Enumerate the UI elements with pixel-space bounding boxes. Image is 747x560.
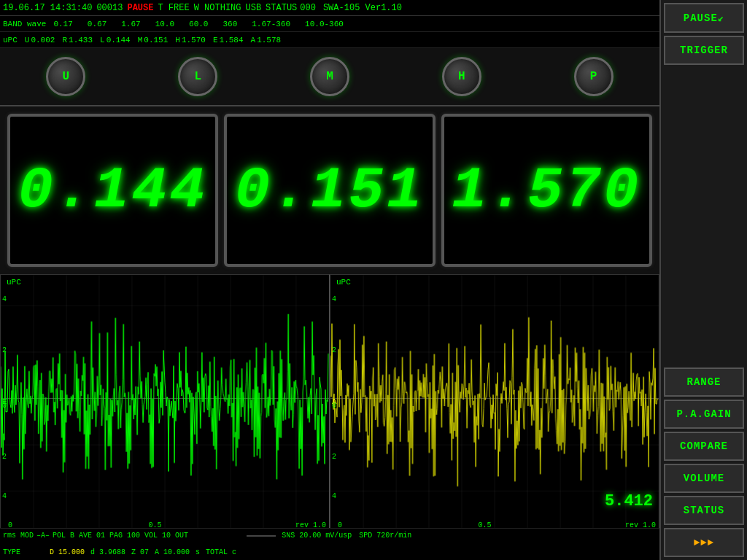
- btn-pause[interactable]: PAUSE↙: [664, 3, 744, 33]
- rms-label: rms: [3, 532, 16, 540]
- right-panel: PAUSE↙ TRIGGER RANGE P.A.GAIN COMPARE VO…: [659, 0, 747, 560]
- sns-label: SNS 20.00 mV/usp: [282, 532, 352, 540]
- wave-right-y4-top: 4: [332, 295, 336, 303]
- band-v1: 0.17: [53, 20, 72, 28]
- knob-l-container: L: [178, 57, 217, 96]
- display-h-value: 1.570: [452, 158, 641, 224]
- wave-left-y2-bot: 2: [2, 453, 7, 461]
- wave-right-y4-bot: 4: [332, 492, 336, 500]
- upc-r-label: R: [62, 36, 67, 44]
- status-label: STATUS: [266, 3, 297, 13]
- upc-h-val: 1.570: [182, 36, 206, 44]
- upc-a-label: A: [251, 36, 256, 44]
- mod-label: MOD: [20, 532, 34, 540]
- knob-h[interactable]: H: [442, 57, 481, 96]
- upc-l-label: L: [100, 36, 105, 44]
- upc-m-val: 0.151: [144, 36, 168, 44]
- top-status-bar: 19.06.17 14:31:40 00013 PAUSE T FREE W N…: [0, 0, 747, 16]
- upc-l-val: 0.144: [107, 36, 131, 44]
- upc-row: uPC U 0.002 R 1.433 L 0.144 M 0.151 H 1.…: [0, 32, 659, 48]
- pag-label: PAG 100: [109, 532, 140, 540]
- big-value-right: 5.412: [605, 492, 653, 510]
- btn-pagain[interactable]: P.A.GAIN: [664, 400, 744, 429]
- upc-u-val: 0.002: [31, 36, 55, 44]
- wave-right-y2-top: 2: [332, 346, 336, 354]
- wave-left-y4-top: 4: [2, 295, 7, 303]
- bottom-bar1: rms MOD –A– POL B AVE 01 PAG 100 VOL 10 …: [0, 528, 659, 542]
- display-m: 0.151: [224, 114, 435, 267]
- knob-h-container: H: [442, 57, 481, 96]
- band-v5: 60.0: [189, 20, 208, 28]
- vol-label: VOL 10: [144, 532, 171, 540]
- upc-a-val: 1.578: [257, 36, 281, 44]
- upc-e-label: E: [213, 36, 218, 44]
- band-v8: 10.0-360: [305, 20, 344, 28]
- a-val-label: A 10.000: [155, 548, 190, 556]
- z-label: Z 07: [131, 548, 149, 556]
- wave-right-upc-label: uPC: [336, 278, 351, 287]
- upc-e-val: 1.584: [220, 36, 244, 44]
- btn-volume[interactable]: VOLUME: [664, 464, 744, 493]
- knob-p[interactable]: P: [574, 57, 614, 96]
- w-label: W NOTHING: [194, 3, 241, 13]
- t-label: T FREE: [158, 3, 189, 13]
- wave-right-y0: 0: [332, 402, 336, 410]
- version: SWA-105 Ver1.10: [323, 3, 402, 13]
- wave-canvas-left: [1, 275, 329, 532]
- wave-panel-right: uPC 4 2 A 0 2 4 0 0.5 rev 1.0 5.412: [330, 274, 659, 533]
- type-label: TYPE: [3, 548, 20, 556]
- total-label: TOTAL c: [206, 548, 236, 556]
- ave-label: AVE 01: [79, 532, 105, 540]
- display-h: 1.570: [441, 114, 652, 267]
- knob-p-container: P: [574, 57, 614, 96]
- knob-m-container: M: [310, 57, 349, 96]
- bar-divider: [247, 535, 276, 537]
- wave-left-upc-label: uPC: [7, 278, 21, 287]
- upc-h-label: H: [175, 36, 180, 44]
- band-v7: 1.67-360: [252, 20, 290, 28]
- upc-label: uPC: [3, 36, 18, 44]
- btn-trigger[interactable]: TRIGGER: [664, 36, 744, 65]
- display-m-value: 0.151: [235, 158, 425, 224]
- knob-u[interactable]: U: [46, 57, 85, 96]
- a-label: –A–: [36, 532, 50, 540]
- wave-left-y0: 0: [2, 402, 7, 410]
- wave-right-y2-bot: 2: [332, 453, 336, 461]
- wave-left-y4-bot: 4: [2, 492, 7, 500]
- s-label: s: [196, 548, 200, 556]
- band-v2: 0.67: [88, 20, 107, 28]
- pol-label: POL B: [53, 532, 74, 540]
- waveform-area: uPC 4 2 E 0 2 4 0 0.5 rev 1.0 uPC 4 2 A …: [0, 274, 659, 533]
- btn-compare[interactable]: COMPARE: [664, 432, 744, 461]
- band-label: BAND wave: [3, 20, 46, 28]
- band-v6: 360: [222, 20, 237, 28]
- status-val: 000: [300, 3, 316, 13]
- wave-left-y2-top: 2: [2, 346, 7, 354]
- display-l-value: 0.144: [18, 158, 208, 224]
- usb-label: USB: [245, 3, 261, 13]
- display-row: 0.144 0.151 1.570: [0, 106, 659, 274]
- knob-row: U L M H P: [0, 48, 659, 106]
- d-small-label: d 3.9688: [90, 548, 125, 556]
- spd-label: SPD 720r/min: [359, 532, 411, 540]
- d-label: D 15.000: [50, 548, 85, 556]
- datetime: 19.06.17 14:31:40: [3, 3, 92, 13]
- id-label: 00013: [96, 3, 123, 13]
- btn-status[interactable]: STATUS: [664, 496, 744, 525]
- wave-panel-left: uPC 4 2 E 0 2 4 0 0.5 rev 1.0: [0, 274, 330, 533]
- bottom-bar2: TYPE D 15.000 d 3.9688 Z 07 A 10.000 s T…: [0, 544, 659, 560]
- band-v4: 10.0: [155, 20, 174, 28]
- btn-range[interactable]: RANGE: [664, 368, 744, 397]
- pause-label: PAUSE: [127, 3, 153, 13]
- out-label: OUT: [175, 532, 188, 540]
- band-row: BAND wave 0.17 0.67 1.67 10.0 60.0 360 1…: [0, 16, 659, 32]
- upc-u-label: U: [25, 36, 30, 44]
- knob-l[interactable]: L: [178, 57, 217, 96]
- display-l: 0.144: [7, 114, 218, 267]
- band-v3: 1.67: [121, 20, 140, 28]
- btn-forward[interactable]: ►►►: [664, 528, 744, 557]
- knob-u-container: U: [46, 57, 85, 96]
- upc-m-label: M: [138, 36, 143, 44]
- upc-r-val: 1.433: [69, 36, 93, 44]
- knob-m[interactable]: M: [310, 57, 349, 96]
